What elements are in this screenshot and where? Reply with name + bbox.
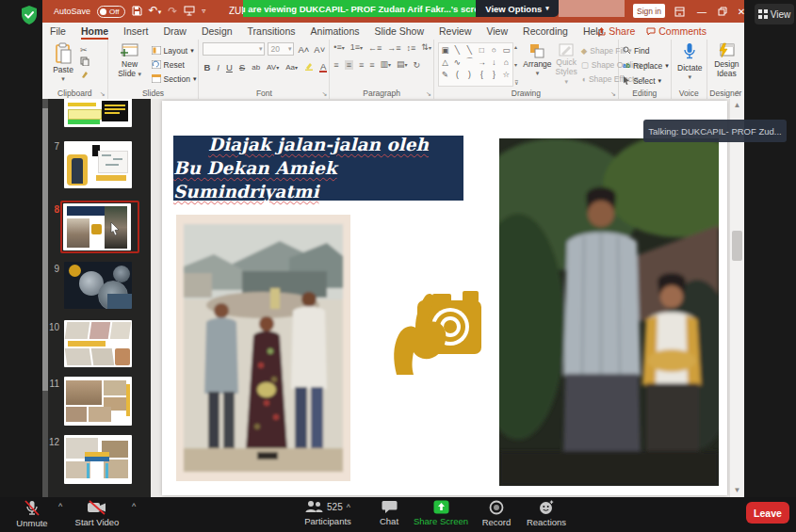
font-size-combobox[interactable]: 20▾ — [268, 42, 294, 56]
shape-brace-left[interactable]: { — [476, 68, 488, 80]
shape-line[interactable]: ╲ — [451, 43, 463, 56]
find-button[interactable]: Find — [623, 44, 669, 56]
tab-view[interactable]: View — [479, 23, 515, 40]
underline-icon[interactable]: U — [225, 62, 234, 73]
thumbnail-slide-8-selected[interactable] — [60, 201, 139, 253]
decrease-font-icon[interactable]: A˅ — [313, 44, 326, 55]
font-color-icon[interactable]: A — [319, 62, 327, 73]
shape-home[interactable]: ⌂ — [500, 56, 512, 68]
shape-line2[interactable]: ╲ — [463, 43, 476, 56]
increase-font-icon[interactable]: A˄ — [297, 44, 310, 55]
design-ideas-button[interactable]: Design Ideas — [711, 42, 742, 78]
tab-slide-show[interactable]: Slide Show — [367, 23, 432, 40]
redo-icon[interactable]: ↷ — [168, 6, 177, 17]
text-shadow-icon[interactable]: ab — [251, 63, 261, 72]
select-button[interactable]: Select▾ — [623, 74, 669, 87]
view-options-button[interactable]: View Options ▾ — [476, 0, 559, 17]
shape-arrow-down[interactable]: ↓ — [488, 56, 500, 68]
zoom-view-button[interactable]: View — [755, 4, 794, 24]
video-options-caret[interactable]: ^ — [132, 502, 136, 511]
shape-paren-right[interactable]: ) — [463, 68, 476, 80]
clipboard-dialog-launcher[interactable]: ↘ — [100, 90, 106, 98]
thumbnail-slide-6-partial[interactable] — [64, 99, 132, 127]
decrease-indent-icon[interactable]: ←≡ — [368, 43, 382, 53]
undo-icon[interactable]: ↶▾ — [149, 5, 162, 18]
shape-curve[interactable]: ∿ — [451, 56, 463, 68]
new-slide-button[interactable]: New Slide ▾ — [112, 42, 148, 85]
tab-recording[interactable]: Recording — [515, 23, 576, 40]
gallery-down-icon[interactable]: ▾ — [514, 61, 518, 68]
ribbon-display-options-icon[interactable] — [672, 0, 687, 23]
restore-icon[interactable] — [715, 0, 730, 23]
chat-button[interactable]: Chat — [371, 500, 407, 526]
sign-in-button[interactable]: Sign in — [633, 4, 665, 18]
replace-button[interactable]: ab Replace▾ — [623, 59, 669, 72]
tab-home[interactable]: Home — [73, 23, 116, 40]
copy-icon[interactable] — [80, 56, 89, 68]
shape-brace-right[interactable]: } — [488, 68, 500, 80]
align-text-icon[interactable]: ▤▾ — [397, 59, 408, 70]
character-spacing-icon[interactable]: AV▾ — [266, 63, 280, 72]
tab-insert[interactable]: Insert — [116, 23, 155, 40]
photo-couple[interactable] — [499, 138, 719, 486]
align-center-icon[interactable]: ≡ — [345, 60, 353, 70]
slide-title-box[interactable]: Diajak jalan-jalan oleh Bu Dekan Amiek S… — [173, 136, 463, 201]
drawing-dialog-launcher[interactable]: ↘ — [610, 90, 616, 98]
close-icon[interactable]: ✕ — [734, 0, 749, 23]
scroll-up-icon[interactable]: ▲ — [730, 99, 744, 112]
justify-icon[interactable]: ≡ — [369, 60, 374, 70]
text-direction-icon[interactable]: ⇅▾ — [421, 42, 431, 53]
bold-icon[interactable]: B — [203, 62, 211, 73]
thumbnail-slide-9[interactable] — [64, 262, 132, 309]
dictate-button[interactable]: Dictate ▾ — [675, 42, 705, 82]
reactions-button[interactable]: Reactions — [520, 500, 573, 527]
tab-design[interactable]: Design — [194, 23, 240, 40]
shape-arc[interactable]: ⌒ — [463, 56, 476, 68]
thumbnail-slide-7[interactable] — [64, 141, 132, 188]
photo-group-market[interactable] — [176, 215, 350, 481]
paragraph-dialog-launcher[interactable]: ↘ — [426, 90, 431, 98]
qat-customize-icon[interactable]: ▿ — [202, 6, 205, 17]
shape-triangle[interactable]: △ — [439, 56, 451, 68]
slide-scrollbar[interactable]: ▲ ▼ — [729, 99, 744, 497]
current-slide[interactable]: Diajak jalan-jalan oleh Bu Dekan Amiek S… — [162, 101, 727, 495]
shape-scribble[interactable]: ✎ — [439, 68, 451, 80]
smartart-icon[interactable]: ↻ — [413, 60, 420, 70]
leave-button[interactable]: Leave — [746, 502, 789, 524]
minimize-icon[interactable]: — — [694, 0, 709, 23]
line-spacing-icon[interactable]: ↕≡ — [407, 43, 416, 53]
layout-button[interactable]: Layout▾ — [152, 44, 197, 56]
tab-file[interactable]: File — [42, 23, 73, 40]
start-slideshow-icon[interactable] — [184, 6, 195, 18]
record-button[interactable]: Record — [477, 500, 516, 527]
shape-oval[interactable]: ○ — [488, 43, 500, 56]
align-right-icon[interactable]: ≡ — [359, 60, 364, 70]
comments-button[interactable]: Comments — [646, 25, 707, 37]
arrange-button[interactable]: Arrange ▾ — [523, 42, 551, 87]
numbering-icon[interactable]: 1≡▾ — [350, 42, 363, 53]
tab-animations[interactable]: Animations — [303, 23, 367, 40]
reset-button[interactable]: Reset — [152, 58, 197, 71]
font-dialog-launcher[interactable]: ↘ — [321, 90, 327, 98]
format-painter-icon[interactable] — [80, 70, 89, 81]
unmute-button[interactable]: Unmute — [8, 500, 57, 528]
font-name-combobox[interactable]: ▾ — [203, 42, 265, 56]
change-case-icon[interactable]: Aa▾ — [284, 63, 299, 72]
participants-button[interactable]: 525 ^ Participants — [288, 500, 367, 526]
shape-rectangle[interactable]: □ — [476, 43, 488, 56]
autosave-toggle[interactable]: Off — [97, 6, 125, 18]
collapse-ribbon-icon[interactable]: ^ — [736, 89, 739, 99]
increase-indent-icon[interactable]: →≡ — [387, 43, 400, 53]
shape-textbox[interactable]: ▣ — [439, 43, 451, 56]
tab-review[interactable]: Review — [431, 23, 479, 40]
columns-icon[interactable]: ▥▾ — [380, 59, 391, 70]
tab-draw[interactable]: Draw — [155, 23, 194, 40]
cut-icon[interactable]: ✂ — [80, 45, 89, 55]
start-video-button[interactable]: Start Video — [68, 500, 126, 527]
save-icon[interactable] — [132, 6, 142, 18]
italic-icon[interactable]: I — [216, 62, 220, 73]
bullets-icon[interactable]: •≡▾ — [333, 42, 344, 53]
scroll-down-icon[interactable]: ▼ — [730, 484, 744, 497]
shape-rounded-rect[interactable]: ▭ — [500, 43, 512, 56]
gallery-more-icon[interactable]: ⊽ — [514, 79, 518, 86]
